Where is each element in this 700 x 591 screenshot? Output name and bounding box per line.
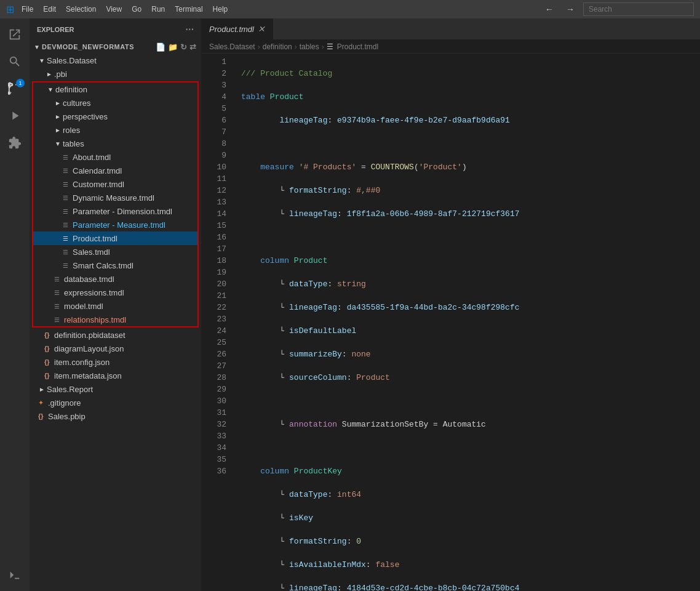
activity-explorer[interactable] (4, 23, 26, 46)
menu-terminal[interactable]: Terminal (175, 5, 202, 14)
tree-item-diagram[interactable]: {} diagramLayout.json (30, 342, 201, 355)
menu-help[interactable]: Help (213, 5, 228, 14)
source-control-badge: 1 (16, 79, 25, 87)
tree-item-pbi[interactable]: ► .pbi (30, 67, 201, 81)
code-line-5: measure '# Products' = COUNTROWS('Produc… (241, 161, 700, 173)
relationships-icon: ☰ (54, 316, 64, 323)
tree-item-relationships[interactable]: ☰ relationships.tmdl (33, 313, 197, 326)
tree-item-sales-dataset[interactable]: ▼ Sales.Dataset (30, 54, 201, 67)
tab-bar: Product.tmdl ✕ (202, 18, 700, 40)
activity-run[interactable] (4, 105, 26, 127)
tree-item-product[interactable]: ☰ Product.tmdl (33, 231, 197, 245)
activity-extensions[interactable] (4, 132, 26, 154)
tables-arrow: ▼ (53, 140, 63, 147)
item-config-label: item.config.json (54, 358, 109, 367)
explorer-label: EXPLORER (37, 26, 74, 33)
tree-item-perspectives[interactable]: ► perspectives (33, 110, 197, 123)
activity-search[interactable] (4, 50, 26, 73)
param-dim-icon: ☰ (63, 208, 73, 215)
code-line-2: table Product (241, 91, 700, 103)
param-measure-label: Parameter - Measure.tmdl (73, 220, 165, 230)
perspectives-label: perspectives (63, 112, 108, 121)
tree-item-database[interactable]: ☰ database.tmdl (33, 272, 197, 286)
new-file-btn[interactable]: 📄 (156, 42, 165, 52)
tree-item-sales[interactable]: ☰ Sales.tmdl (33, 245, 197, 259)
sidebar-header: EXPLORER ⋯ (30, 18, 201, 40)
activity-source-control[interactable]: 1 (4, 78, 26, 100)
breadcrumb-product-tmdl[interactable]: Product.tmdl (337, 42, 378, 51)
activity-terminal[interactable] (4, 564, 26, 586)
customer-icon: ☰ (63, 181, 73, 188)
tree-item-expressions[interactable]: ☰ expressions.tmdl (33, 286, 197, 299)
new-folder-btn[interactable]: 📁 (168, 42, 178, 52)
menu-go[interactable]: Go (132, 5, 141, 14)
sidebar-header-actions: ⋯ (185, 25, 194, 34)
smartcalcs-icon: ☰ (63, 262, 73, 269)
cultures-arrow: ► (53, 100, 63, 107)
sales-icon: ☰ (63, 249, 73, 255)
tree-item-param-measure[interactable]: ☰ Parameter - Measure.tmdl (33, 218, 197, 231)
tree-item-calendar[interactable]: ☰ Calendar.tmdl (33, 164, 197, 177)
smartcalcs-label: Smart Calcs.tmdl (73, 261, 133, 270)
tree-item-tables[interactable]: ▼ tables (33, 137, 197, 150)
tree-item-definition[interactable]: ▼ definition (33, 82, 197, 96)
code-line-7: └ lineageTag: 1f8f1a2a-06b6-4989-8af7-21… (241, 208, 700, 220)
code-line-21: └ formatString: 0 (241, 536, 700, 547)
code-line-4 (241, 138, 700, 150)
code-line-17 (241, 442, 700, 454)
breadcrumb-definition[interactable]: definition (263, 42, 292, 51)
code-line-22: └ isAvailableInMdx: false (241, 559, 700, 571)
menu-edit[interactable]: Edit (43, 5, 56, 14)
tree-item-model[interactable]: ☰ model.tmdl (33, 299, 197, 313)
breadcrumb-tables[interactable]: tables (300, 42, 319, 51)
code-line-12: └ isDefaultLabel (241, 325, 700, 337)
menu-file[interactable]: File (22, 5, 33, 14)
back-button[interactable]: ← (541, 3, 557, 15)
pbi-label: .pbi (54, 70, 67, 79)
gitignore-label: .gitignore (48, 398, 81, 408)
code-line-1: /// Product Catalog (241, 68, 700, 79)
tree-item-roles[interactable]: ► roles (33, 123, 197, 137)
tree-item-customer[interactable]: ☰ Customer.tmdl (33, 177, 197, 191)
workspace-header[interactable]: ▼ DEVMODE_NEWFORMATS 📄 📁 ↻ ⇄ (30, 40, 201, 54)
code-line-13: └ summarizeBy: none (241, 348, 700, 360)
item-meta-icon: {} (44, 372, 54, 379)
titlebar-nav: ← → (541, 2, 694, 16)
menu-run[interactable]: Run (151, 5, 165, 14)
code-editor[interactable]: 12345 678910 1112131415 1617181920 21222… (202, 54, 700, 591)
breadcrumb-sales-dataset[interactable]: Sales.Dataset (209, 42, 255, 51)
file-tree: ▼ DEVMODE_NEWFORMATS 📄 📁 ↻ ⇄ ▼ Sales.Dat… (30, 40, 201, 591)
tree-item-dynamic[interactable]: ☰ Dynamic Measure.tmdl (33, 191, 197, 204)
tree-item-item-config[interactable]: {} item.config.json (30, 355, 201, 369)
sales-label: Sales.tmdl (73, 247, 110, 257)
forward-button[interactable]: → (562, 3, 578, 15)
search-input[interactable] (583, 2, 694, 16)
collapse-btn[interactable]: ⇄ (189, 42, 196, 52)
tree-item-cultures[interactable]: ► cultures (33, 96, 197, 110)
tree-item-param-dim[interactable]: ☰ Parameter - Dimension.tmdl (33, 204, 197, 218)
pbi-arrow: ► (44, 71, 54, 78)
menu-view[interactable]: View (106, 5, 122, 14)
tab-product-tmdl[interactable]: Product.tmdl ✕ (202, 18, 273, 39)
tree-item-item-meta[interactable]: {} item.metadata.json (30, 369, 201, 382)
tree-item-def-pbidataset[interactable]: {} definition.pbidataset (30, 328, 201, 342)
breadcrumb-sep2: › (295, 42, 297, 51)
diagram-icon: {} (44, 345, 54, 352)
tree-item-gitignore[interactable]: ✦ .gitignore (30, 396, 201, 409)
tab-close-btn[interactable]: ✕ (258, 24, 265, 34)
code-content[interactable]: /// Product Catalog table Product lineag… (231, 54, 700, 591)
param-measure-icon: ☰ (63, 222, 73, 228)
sales-dataset-arrow: ▼ (37, 57, 47, 64)
tree-item-about[interactable]: ☰ About.tmdl (33, 150, 197, 164)
tree-item-sales-report[interactable]: ► Sales.Report (30, 382, 201, 396)
tree-item-sales-pbip[interactable]: {} Sales.pbip (30, 409, 201, 423)
roles-arrow: ► (53, 127, 63, 134)
about-label: About.tmdl (73, 153, 111, 162)
tree-item-smartcalcs[interactable]: ☰ Smart Calcs.tmdl (33, 259, 197, 272)
breadcrumb: Sales.Dataset › definition › tables › ☰ … (202, 40, 700, 54)
model-label: model.tmdl (64, 302, 103, 311)
new-file-icon[interactable]: ⋯ (185, 25, 194, 34)
menu-selection[interactable]: Selection (66, 5, 96, 14)
calendar-label: Calendar.tmdl (73, 166, 122, 175)
refresh-btn[interactable]: ↻ (180, 42, 187, 52)
